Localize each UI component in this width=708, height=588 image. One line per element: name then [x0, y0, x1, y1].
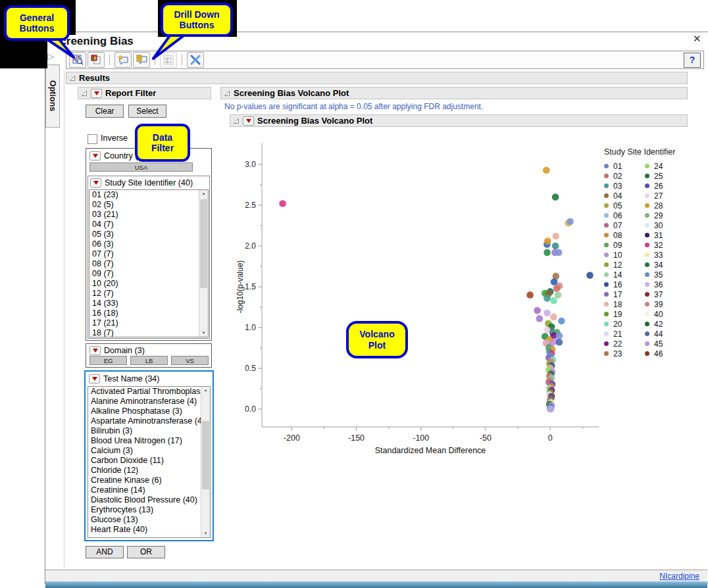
legend-item[interactable]: 29: [645, 210, 686, 220]
list-item[interactable]: Chloride (12): [88, 466, 201, 476]
volcano-inner-header[interactable]: Screening Bias Volcano Plot: [230, 114, 688, 127]
legend-item[interactable]: 25: [645, 171, 686, 181]
list-item[interactable]: 16 (18): [89, 308, 199, 318]
legend-item[interactable]: 27: [645, 191, 686, 201]
legend-item[interactable]: 01: [604, 161, 645, 171]
scroll-up-icon[interactable]: ▲: [199, 190, 208, 197]
list-item[interactable]: 06 (3): [89, 239, 199, 249]
legend-item[interactable]: 37: [645, 289, 686, 299]
list-item[interactable]: Diastolic Blood Pressure (40): [88, 495, 201, 505]
report-filter-header[interactable]: Report Filter: [78, 87, 211, 99]
domain-value-lb[interactable]: LB: [130, 356, 168, 365]
red-triangle-menu-icon[interactable]: [89, 151, 101, 160]
legend-item[interactable]: 16: [604, 280, 645, 289]
legend-item[interactable]: 06: [604, 210, 645, 220]
legend-item[interactable]: 42: [645, 319, 686, 329]
legend-item[interactable]: 36: [645, 280, 686, 289]
list-item[interactable]: 04 (7): [89, 220, 199, 230]
legend-item[interactable]: 22: [604, 339, 645, 349]
legend-item[interactable]: 09: [604, 240, 645, 250]
list-item[interactable]: 10 (20): [89, 279, 199, 289]
legend-item[interactable]: 19: [604, 309, 645, 319]
legend-item[interactable]: 44: [645, 329, 686, 339]
legend-item[interactable]: 34: [645, 260, 686, 270]
legend-item[interactable]: 20: [604, 319, 645, 329]
list-item[interactable]: 18 (7): [89, 328, 199, 337]
red-triangle-menu-icon[interactable]: [90, 178, 101, 187]
list-item[interactable]: Creatine Kinase (6): [88, 476, 201, 485]
legend-item[interactable]: 21: [604, 329, 645, 339]
expand-panel-icon[interactable]: ▷: [47, 51, 54, 61]
legend-item[interactable]: 05: [604, 201, 645, 210]
legend-item[interactable]: 35: [645, 270, 686, 280]
results-header[interactable]: Results: [66, 72, 688, 84]
legend-item[interactable]: 31: [645, 230, 686, 240]
domain-value-eg[interactable]: EG: [89, 356, 127, 365]
red-triangle-menu-icon[interactable]: [89, 374, 100, 383]
volcano-plot-canvas[interactable]: 0.00.51.01.52.02.53.0-200-150-100-500Sta…: [236, 139, 601, 458]
list-item[interactable]: Activated Partial Thromboplas: [88, 387, 201, 397]
legend-item[interactable]: 04: [604, 191, 645, 201]
list-item[interactable]: 01 (23): [89, 190, 199, 200]
close-icon[interactable]: ✕: [693, 33, 701, 45]
red-triangle-menu-icon[interactable]: [89, 346, 101, 355]
list-item[interactable]: 17 (21): [89, 318, 199, 328]
scrollbar-thumb[interactable]: [200, 199, 207, 288]
legend-item[interactable]: 07: [604, 220, 645, 230]
legend-item[interactable]: 02: [604, 171, 645, 181]
list-item[interactable]: 12 (7): [89, 289, 199, 299]
scroll-down-icon[interactable]: ▼: [201, 530, 210, 537]
scrollbar-thumb[interactable]: [202, 421, 209, 489]
list-item[interactable]: Alkaline Phosphatase (3): [88, 406, 201, 416]
legend-item[interactable]: 03: [604, 181, 645, 191]
list-item[interactable]: Blood Urea Nitrogen (17): [88, 436, 201, 446]
list-item[interactable]: Alanine Aminotransferase (4): [88, 397, 201, 406]
list-item[interactable]: Aspartate Aminotransferase (4: [88, 416, 201, 426]
list-item[interactable]: Calcium (3): [88, 446, 201, 456]
list-item[interactable]: 02 (5): [89, 200, 199, 210]
legend-item[interactable]: 46: [645, 349, 686, 358]
list-item[interactable]: Carbon Dioxide (11): [88, 456, 201, 466]
list-item[interactable]: 03 (21): [89, 210, 199, 220]
legend-item[interactable]: 08: [604, 230, 645, 240]
scroll-up-icon[interactable]: ▲: [201, 387, 210, 394]
test-scrollbar[interactable]: ▲ ▼: [201, 387, 210, 537]
list-item[interactable]: Glucose (13): [88, 515, 201, 525]
save-graph-button[interactable]: [88, 52, 105, 68]
volcano-section-header[interactable]: Screening Bias Volcano Plot: [220, 87, 688, 99]
list-item[interactable]: Heart Rate (40): [88, 525, 201, 535]
site-scrollbar[interactable]: ▲ ▼: [199, 190, 208, 337]
list-item[interactable]: 09 (7): [89, 269, 199, 279]
red-triangle-menu-icon[interactable]: [91, 89, 102, 98]
legend-item[interactable]: 23: [604, 349, 645, 358]
clear-button[interactable]: Clear: [86, 105, 124, 118]
or-button[interactable]: OR: [127, 546, 165, 558]
legend-item[interactable]: 39: [645, 299, 686, 309]
list-item[interactable]: Erythrocytes (13): [88, 505, 201, 515]
legend-item[interactable]: 10: [604, 250, 645, 260]
cross-plot-button[interactable]: [187, 52, 204, 68]
list-item[interactable]: 05 (3): [89, 230, 199, 239]
report-options-button[interactable]: [69, 52, 86, 68]
and-button[interactable]: AND: [86, 546, 124, 558]
legend-item[interactable]: 28: [645, 201, 686, 210]
copy-notes-button[interactable]: [133, 52, 150, 68]
legend-item[interactable]: 17: [604, 289, 645, 299]
select-button[interactable]: Select: [128, 105, 166, 118]
legend-item[interactable]: 26: [645, 181, 686, 191]
scroll-down-icon[interactable]: ▼: [199, 330, 208, 337]
red-triangle-menu-icon[interactable]: [243, 116, 254, 126]
domain-value-vs[interactable]: VS: [171, 356, 209, 365]
study-link[interactable]: NIcardipine: [659, 572, 699, 581]
legend-item[interactable]: 40: [645, 309, 686, 319]
legend-item[interactable]: 18: [604, 299, 645, 309]
list-item[interactable]: Creatinine (14): [88, 485, 201, 495]
legend-item[interactable]: 45: [645, 339, 686, 349]
legend-item[interactable]: 30: [645, 220, 686, 230]
options-panel-tab[interactable]: Options: [45, 64, 60, 128]
inverse-checkbox[interactable]: [88, 134, 97, 144]
legend-item[interactable]: 14: [604, 270, 645, 280]
list-item[interactable]: Bilirubin (3): [88, 426, 201, 436]
new-notes-button[interactable]: [114, 52, 132, 68]
help-button[interactable]: ?: [684, 53, 701, 68]
